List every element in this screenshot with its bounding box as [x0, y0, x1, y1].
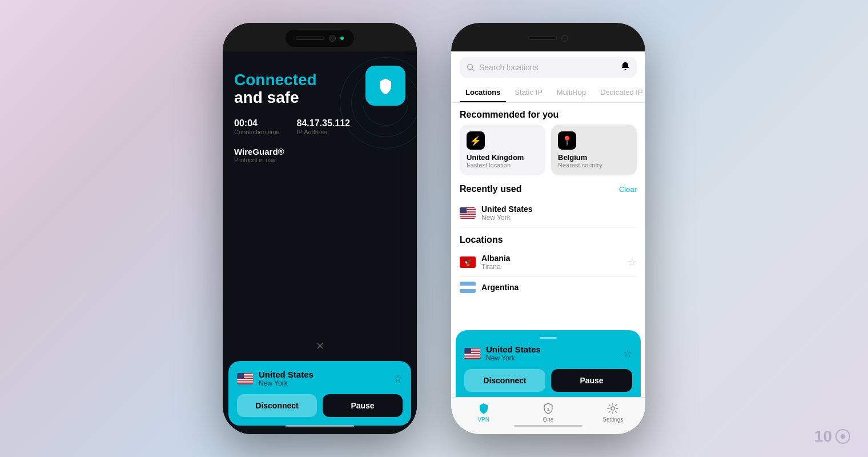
settings-nav-icon — [606, 402, 619, 415]
wifi-icon — [610, 38, 620, 47]
favorite-star-p2[interactable]: ☆ — [623, 347, 632, 360]
action-buttons-p2: Disconnect Pause — [464, 369, 632, 392]
svg-rect-9 — [633, 42, 634, 44]
nav-settings[interactable]: Settings — [581, 402, 645, 423]
svg-rect-10 — [623, 41, 630, 45]
tab-locations[interactable]: Locations — [460, 83, 506, 102]
connection-time-stat: 00:04 Connection time — [234, 118, 280, 135]
pause-button-p2[interactable]: Pause — [551, 369, 632, 392]
nav-vpn[interactable]: VPN — [451, 402, 516, 423]
vpn-nav-label: VPN — [477, 416, 489, 423]
pause-button-p1[interactable]: Pause — [323, 394, 403, 417]
tab-multihop[interactable]: MultiHop — [551, 83, 592, 102]
close-button[interactable]: ✕ — [223, 340, 417, 352]
recent-us-text: United States New York — [481, 205, 532, 222]
uk-sub: Fastest location — [467, 162, 539, 169]
svg-rect-4 — [237, 379, 253, 380]
svg-rect-18 — [460, 215, 476, 217]
svg-rect-6 — [237, 382, 253, 383]
bottom-connection-panel-p2: United States New York ☆ Disconnect Paus… — [456, 330, 641, 399]
recent-us-city: New York — [481, 214, 532, 222]
phone1-notch — [286, 30, 354, 47]
us-flag — [237, 373, 253, 384]
belgium-sub: Nearest country — [558, 162, 630, 169]
svg-rect-19 — [460, 217, 476, 218]
albania-star[interactable]: ☆ — [628, 256, 637, 268]
svg-rect-7 — [237, 373, 244, 379]
one-nav-label: One — [543, 416, 554, 423]
protocol-label: Protocol in use — [234, 157, 405, 163]
svg-rect-17 — [460, 214, 476, 215]
albania-text: Albania Tirana — [481, 254, 511, 271]
back-label: Settings — [467, 44, 489, 51]
svg-rect-28 — [464, 348, 471, 354]
us-flag-svg — [237, 373, 253, 384]
svg-rect-25 — [464, 354, 480, 355]
tab-static-ip[interactable]: Static IP — [509, 83, 548, 102]
clear-button[interactable]: Clear — [619, 185, 637, 194]
tabs-row: Locations Static IP MultiHop Dedicated I… — [451, 81, 645, 103]
belgium-country: Belgium — [558, 153, 630, 162]
home-bar-p1 — [286, 425, 354, 427]
argentina-country: Argentina — [481, 283, 519, 292]
phone2-screen: 10:55 ‹ Settings ••• — [451, 23, 645, 434]
tab-dedicated-ip[interactable]: Dedicated IP — [594, 83, 645, 102]
svg-rect-20 — [460, 207, 467, 213]
recently-used-title: Recently used — [460, 184, 521, 194]
wifi-svg — [610, 39, 620, 46]
time-label: Connection time — [234, 129, 280, 135]
phone1: Connected and safe 00:04 Connection time… — [223, 23, 417, 434]
svg-point-30 — [611, 407, 614, 410]
rec-card-belgium[interactable]: 📍 Belgium Nearest country — [551, 125, 637, 175]
phone1-screen: Connected and safe 00:04 Connection time… — [223, 23, 417, 434]
us-flag-bottom-svg — [464, 348, 480, 359]
albania-city: Tirana — [481, 263, 511, 271]
albania-location-item[interactable]: 🦅 Albania Tirana ☆ — [460, 248, 637, 276]
one-nav-icon: 1 — [542, 402, 554, 415]
belgium-icon: 📍 — [558, 131, 576, 150]
location-info: United States New York — [237, 370, 314, 387]
watermark: 10 — [814, 427, 851, 446]
ip-value: 84.17.35.112 — [297, 118, 350, 129]
nav-one[interactable]: 1 One — [516, 402, 580, 423]
phone2: 10:55 ‹ Settings ••• — [451, 23, 645, 434]
time-value: 00:04 — [234, 118, 280, 129]
recommended-cards: ⚡ United Kingdom Fastest location 📍 Belg… — [460, 125, 637, 175]
watermark-number: 10 — [814, 427, 832, 446]
vpn-nav-icon — [477, 402, 490, 415]
dots-icon: ••• — [601, 40, 608, 46]
argentina-flag — [460, 282, 476, 293]
country-name-p2: United States — [486, 344, 541, 354]
recent-location-item-us[interactable]: United States New York — [460, 199, 637, 228]
search-bar[interactable]: Search locations — [460, 57, 637, 78]
recommended-title: Recommended for you — [460, 110, 637, 120]
albania-flag: 🦅 — [460, 256, 476, 268]
city-name-p1: New York — [259, 379, 314, 387]
rec-card-uk[interactable]: ⚡ United Kingdom Fastest location — [460, 125, 545, 175]
protocol-name: WireGuard® — [234, 147, 405, 157]
svg-line-12 — [472, 69, 475, 71]
vpn-icon-button[interactable] — [365, 66, 405, 106]
svg-rect-5 — [237, 380, 253, 382]
search-icon — [467, 63, 475, 71]
phone2-notch — [514, 30, 582, 47]
back-settings[interactable]: ‹ Settings — [463, 43, 489, 51]
disconnect-button-p2[interactable]: Disconnect — [464, 369, 545, 392]
albania-country: Albania — [481, 254, 511, 263]
bottom-nav: VPN 1 One Settings — [451, 397, 645, 434]
city-name-p2: New York — [486, 354, 541, 362]
svg-rect-27 — [464, 357, 480, 358]
uk-country: United Kingdom — [467, 153, 539, 162]
recent-us-country: United States — [481, 205, 532, 214]
search-placeholder: Search locations — [479, 63, 539, 72]
bottom-connection-panel: United States New York ☆ Disconnect Paus… — [228, 361, 411, 426]
argentina-location-item[interactable]: Argentina — [460, 276, 637, 298]
favorite-star-p1[interactable]: ☆ — [393, 372, 403, 385]
disconnect-button-p1[interactable]: Disconnect — [237, 394, 317, 417]
phones-container: Connected and safe 00:04 Connection time… — [223, 23, 645, 434]
ip-label: IP Address — [297, 129, 350, 135]
notification-bell[interactable] — [621, 62, 630, 73]
watermark-icon — [835, 428, 851, 444]
shield-vpn-icon — [377, 77, 394, 94]
status-icons: ••• — [601, 38, 634, 47]
